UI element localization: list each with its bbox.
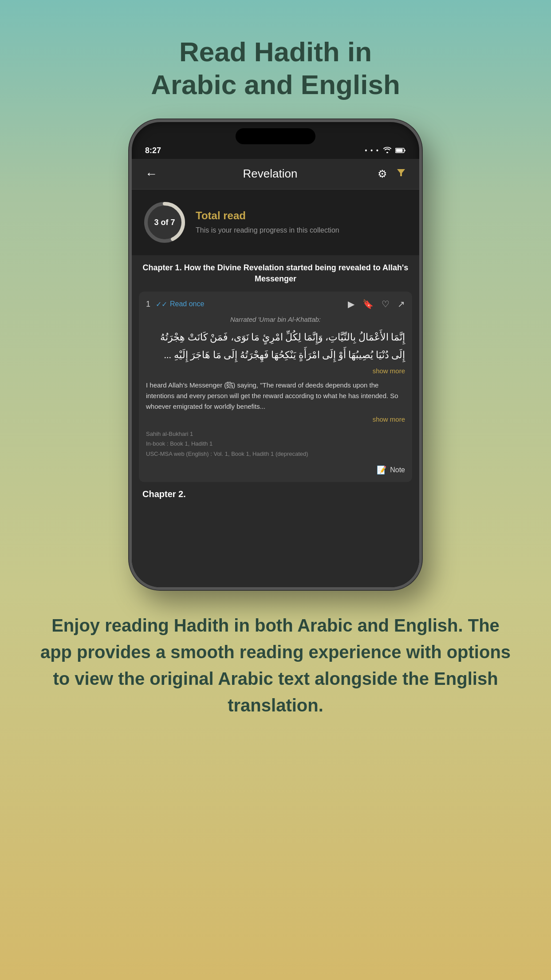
wifi-icon (383, 146, 392, 155)
heart-icon[interactable]: ♡ (382, 299, 390, 309)
back-button[interactable]: ← (145, 167, 163, 181)
nav-title: Revelation (163, 167, 378, 181)
page-header: Read Hadith in Arabic and English (0, 0, 551, 119)
note-button[interactable]: 📝 Note (146, 465, 405, 475)
battery-icon (395, 146, 406, 155)
note-icon: 📝 (377, 465, 386, 475)
svg-marker-2 (397, 169, 405, 176)
nav-action-icons: ⚙ (378, 168, 406, 180)
dynamic-island (236, 128, 315, 144)
progress-description: This is your reading progress in this co… (196, 225, 339, 235)
share-icon[interactable]: ↗ (398, 299, 405, 309)
read-once-label: Read once (170, 300, 204, 308)
play-icon[interactable]: ▶ (348, 299, 354, 309)
progress-label: Total read (196, 209, 339, 222)
status-bar: 8:27 • • • (132, 144, 419, 159)
chapter-2-label: Chapter 2. (132, 482, 419, 506)
navigation-bar: ← Revelation ⚙ (132, 159, 419, 190)
progress-circle: 3 of 7 (142, 200, 187, 245)
hadith-action-icons: ▶ 🔖 ♡ ↗ (348, 299, 405, 309)
ref-line2: In-book : Book 1, Hadith 1 (146, 439, 405, 449)
show-more-english[interactable]: show more (146, 415, 405, 423)
ref-line3: USC-MSA web (English) : Vol. 1, Book 1, … (146, 449, 405, 459)
show-more-arabic[interactable]: show more (146, 367, 405, 375)
chapter-1-title: Chapter 1. How the Divine Revelation sta… (132, 255, 419, 292)
hadith-header: 1 ✓✓ Read once ▶ 🔖 ♡ ↗ (146, 299, 405, 309)
hadith-number: 1 (146, 300, 150, 309)
hadith-card: 1 ✓✓ Read once ▶ 🔖 ♡ ↗ Narrated 'Umar bi… (139, 292, 412, 482)
arabic-text: إِنَّمَا الأَعْمَالُ بِالنِّيَّاتِ، وَإِ… (146, 328, 405, 364)
svg-rect-1 (396, 149, 403, 152)
progress-info: Total read This is your reading progress… (196, 209, 339, 235)
phone-frame: 8:27 • • • ← Revelation ⚙ (129, 119, 422, 590)
english-text: I heard Allah's Messenger (ﷺ) saying, "T… (146, 380, 405, 412)
header-line1: Read Hadith in Arabic and English (0, 36, 551, 102)
progress-count: 3 of 7 (154, 217, 175, 227)
settings-icon[interactable]: ⚙ (378, 168, 387, 180)
footer-text: Enjoy reading Hadith in both Arabic and … (0, 590, 551, 736)
double-check-icon: ✓✓ (156, 300, 167, 308)
progress-section: 3 of 7 Total read This is your reading p… (132, 190, 419, 255)
signal-icon: • • • (365, 147, 379, 154)
status-icons: • • • (365, 146, 406, 155)
note-label: Note (390, 466, 405, 474)
hadith-reference: Sahih al-Bukhari 1 In-book : Book 1, Had… (146, 429, 405, 458)
ref-line1: Sahih al-Bukhari 1 (146, 429, 405, 439)
status-time: 8:27 (145, 146, 161, 155)
narrator-text: Narrated 'Umar bin Al-Khattab: (146, 316, 405, 323)
phone-content: 3 of 7 Total read This is your reading p… (132, 190, 419, 590)
filter-icon[interactable] (396, 168, 406, 180)
bookmark-icon[interactable]: 🔖 (362, 299, 374, 309)
read-once-button[interactable]: ✓✓ Read once (156, 300, 204, 308)
